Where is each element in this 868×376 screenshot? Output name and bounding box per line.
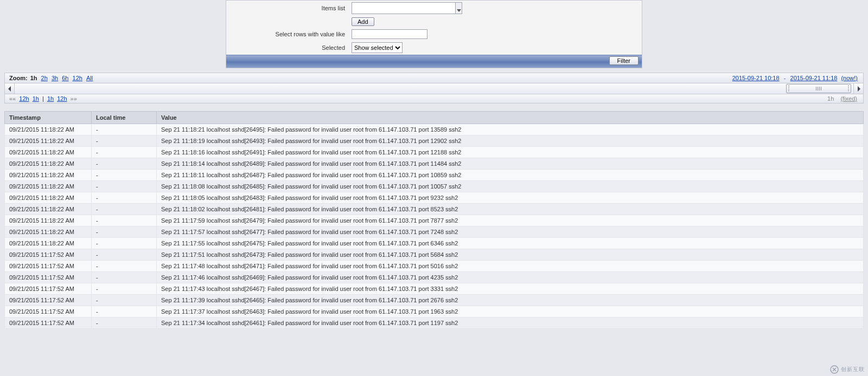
cell-localtime: - xyxy=(92,192,157,204)
cell-value: Sep 21 11:18:05 localhost sshd[26483]: F… xyxy=(157,192,864,204)
slider-right-arrow-icon[interactable] xyxy=(853,83,863,94)
cell-value: Sep 21 11:18:11 localhost sshd[26487]: F… xyxy=(157,170,864,181)
col-value[interactable]: Value xyxy=(157,112,864,124)
table-row: 09/21/2015 11:18:22 AM-Sep 21 11:17:57 l… xyxy=(5,226,864,238)
table-row: 09/21/2015 11:17:52 AM-Sep 21 11:17:43 l… xyxy=(5,283,864,295)
zoom-1h[interactable]: 1h xyxy=(30,75,37,81)
table-row: 09/21/2015 11:18:22 AM-Sep 21 11:18:02 l… xyxy=(5,204,864,215)
cell-timestamp: 09/21/2015 11:18:22 AM xyxy=(5,124,92,135)
table-row: 09/21/2015 11:17:52 AM-Sep 21 11:17:37 l… xyxy=(5,306,864,317)
table-row: 09/21/2015 11:18:22 AM-Sep 21 11:18:05 l… xyxy=(5,192,864,204)
nav-right-dbl-arrow-icon[interactable]: »» xyxy=(71,95,77,102)
table-row: 09/21/2015 11:17:52 AM-Sep 21 11:17:48 l… xyxy=(5,261,864,272)
cell-value: Sep 21 11:17:39 localhost sshd[26465]: F… xyxy=(157,295,864,306)
filter-button[interactable]: Filter xyxy=(609,56,639,65)
select-rows-input[interactable] xyxy=(352,29,427,39)
cell-value: Sep 21 11:18:21 localhost sshd[26495]: F… xyxy=(157,124,864,135)
cell-timestamp: 09/21/2015 11:17:52 AM xyxy=(5,261,92,272)
nav-fixed-link[interactable]: (fixed) xyxy=(840,95,857,102)
cell-localtime: - xyxy=(92,317,157,329)
nav-fwd-1h[interactable]: 1h xyxy=(47,95,54,102)
filter-panel: Items list Add Select rows with value li… xyxy=(226,0,642,68)
nav-current-span: 1h xyxy=(827,95,834,102)
add-button[interactable]: Add xyxy=(352,17,374,26)
cell-value: Sep 21 11:18:08 localhost sshd[26485]: F… xyxy=(157,181,864,192)
cell-timestamp: 09/21/2015 11:18:22 AM xyxy=(5,226,92,238)
cell-timestamp: 09/21/2015 11:18:22 AM xyxy=(5,192,92,204)
cell-value: Sep 21 11:17:59 localhost sshd[26479]: F… xyxy=(157,215,864,226)
filter-footer: Filter xyxy=(226,55,642,68)
cell-value: Sep 21 11:18:16 localhost sshd[26491]: F… xyxy=(157,147,864,158)
col-localtime[interactable]: Local time xyxy=(92,112,157,124)
slider-left-arrow-icon[interactable] xyxy=(5,83,15,94)
cell-localtime: - xyxy=(92,261,157,272)
col-timestamp[interactable]: Timestamp xyxy=(5,112,92,124)
cell-timestamp: 09/21/2015 11:17:52 AM xyxy=(5,249,92,261)
slider-track[interactable] xyxy=(15,83,853,94)
cell-timestamp: 09/21/2015 11:17:52 AM xyxy=(5,306,92,317)
time-slider[interactable] xyxy=(4,83,864,94)
cell-localtime: - xyxy=(92,124,157,135)
cell-value: Sep 21 11:18:02 localhost sshd[26481]: F… xyxy=(157,204,864,215)
cell-value: Sep 21 11:17:51 localhost sshd[26473]: F… xyxy=(157,249,864,261)
cell-localtime: - xyxy=(92,170,157,181)
table-row: 09/21/2015 11:18:22 AM-Sep 21 11:17:55 l… xyxy=(5,238,864,249)
zoom-label: Zoom: xyxy=(9,75,28,81)
range-from[interactable]: 2015-09-21 10:18 xyxy=(732,75,780,81)
zoom-bar: Zoom: 1h 2h 3h 6h 12h All 2015-09-21 10:… xyxy=(4,73,864,83)
zoom-6h[interactable]: 6h xyxy=(62,75,68,81)
cell-timestamp: 09/21/2015 11:18:22 AM xyxy=(5,170,92,181)
selected-dropdown[interactable]: Show selected xyxy=(352,42,403,53)
table-row: 09/21/2015 11:18:22 AM-Sep 21 11:18:16 l… xyxy=(5,147,864,158)
cell-localtime: - xyxy=(92,204,157,215)
cell-value: Sep 21 11:18:14 localhost sshd[26489]: F… xyxy=(157,158,864,170)
table-row: 09/21/2015 11:18:22 AM-Sep 21 11:18:08 l… xyxy=(5,181,864,192)
range-to[interactable]: 2015-09-21 11:18 xyxy=(790,75,838,81)
table-row: 09/21/2015 11:18:22 AM-Sep 21 11:18:19 l… xyxy=(5,135,864,147)
nav-back-12h[interactable]: 12h xyxy=(19,95,29,102)
cell-localtime: - xyxy=(92,181,157,192)
nav-sep: | xyxy=(42,95,44,102)
cell-localtime: - xyxy=(92,147,157,158)
items-list-label: Items list xyxy=(226,1,348,16)
cell-value: Sep 21 11:17:57 localhost sshd[26477]: F… xyxy=(157,226,864,238)
cell-timestamp: 09/21/2015 11:18:22 AM xyxy=(5,204,92,215)
nav-left-dbl-arrow-icon[interactable]: «« xyxy=(9,95,16,102)
slider-handle[interactable] xyxy=(786,84,851,93)
nav-fwd-12h[interactable]: 12h xyxy=(57,95,67,102)
zoom-all[interactable]: All xyxy=(86,75,93,81)
table-row: 09/21/2015 11:17:52 AM-Sep 21 11:17:39 l… xyxy=(5,295,864,306)
items-list-input[interactable] xyxy=(352,2,456,14)
cell-localtime: - xyxy=(92,272,157,283)
select-rows-label: Select rows with value like xyxy=(226,28,348,41)
cell-localtime: - xyxy=(92,283,157,295)
cell-localtime: - xyxy=(92,306,157,317)
cell-timestamp: 09/21/2015 11:18:22 AM xyxy=(5,158,92,170)
cell-value: Sep 21 11:18:19 localhost sshd[26493]: F… xyxy=(157,135,864,147)
cell-timestamp: 09/21/2015 11:18:22 AM xyxy=(5,147,92,158)
range-now[interactable]: (now!) xyxy=(841,75,858,81)
cell-timestamp: 09/21/2015 11:17:52 AM xyxy=(5,272,92,283)
cell-timestamp: 09/21/2015 11:18:22 AM xyxy=(5,215,92,226)
cell-value: Sep 21 11:17:48 localhost sshd[26471]: F… xyxy=(157,261,864,272)
items-list-dropdown-icon[interactable] xyxy=(456,2,462,14)
table-row: 09/21/2015 11:17:52 AM-Sep 21 11:17:51 l… xyxy=(5,249,864,261)
nav-back-1h[interactable]: 1h xyxy=(33,95,39,102)
log-table: Timestamp Local time Value 09/21/2015 11… xyxy=(4,111,864,329)
cell-timestamp: 09/21/2015 11:17:52 AM xyxy=(5,283,92,295)
table-row: 09/21/2015 11:18:22 AM-Sep 21 11:18:14 l… xyxy=(5,158,864,170)
zoom-2h[interactable]: 2h xyxy=(41,75,48,81)
table-row: 09/21/2015 11:17:52 AM-Sep 21 11:17:34 l… xyxy=(5,317,864,329)
cell-localtime: - xyxy=(92,215,157,226)
cell-localtime: - xyxy=(92,158,157,170)
cell-value: Sep 21 11:17:43 localhost sshd[26467]: F… xyxy=(157,283,864,295)
table-row: 09/21/2015 11:18:22 AM-Sep 21 11:18:11 l… xyxy=(5,170,864,181)
cell-localtime: - xyxy=(92,135,157,147)
cell-localtime: - xyxy=(92,238,157,249)
zoom-3h[interactable]: 3h xyxy=(52,75,58,81)
time-nav-bar: «« 12h 1h | 1h 12h »» 1h (fixed) xyxy=(4,94,864,103)
cell-timestamp: 09/21/2015 11:18:22 AM xyxy=(5,181,92,192)
cell-value: Sep 21 11:17:34 localhost sshd[26461]: F… xyxy=(157,317,864,329)
zoom-12h[interactable]: 12h xyxy=(73,75,82,81)
table-row: 09/21/2015 11:17:52 AM-Sep 21 11:17:46 l… xyxy=(5,272,864,283)
